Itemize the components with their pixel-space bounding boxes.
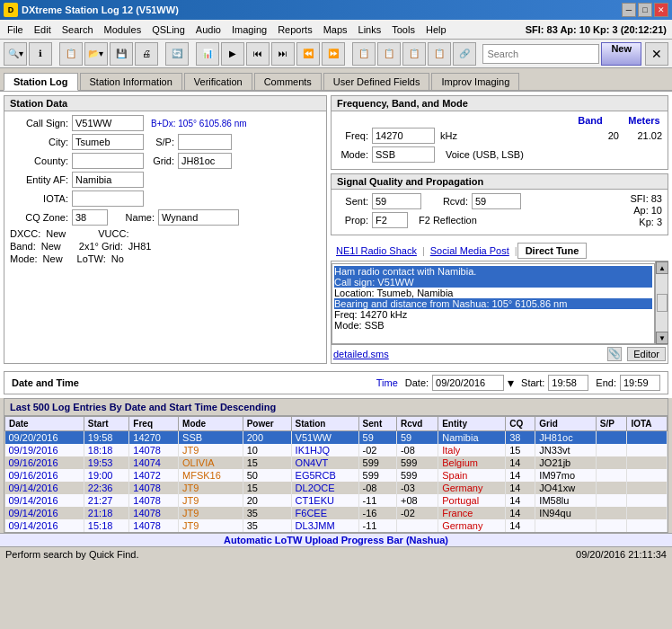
iota-input[interactable] <box>72 190 144 207</box>
table-row[interactable]: 09/16/201619:0014072MFSK1650EG5RCB599599… <box>5 469 668 482</box>
tab-user-defined[interactable]: User Defined Fields <box>323 73 430 90</box>
toolbar-btn-9[interactable]: ⏪ <box>296 42 320 66</box>
table-row[interactable]: 09/14/201621:2714078JT920CT1EKU-11+08Por… <box>5 494 668 507</box>
menu-tools[interactable]: Tools <box>386 22 420 37</box>
kp-label: Kp: <box>639 217 654 227</box>
dxcc-value: New <box>46 228 66 239</box>
log-line-6: Mode: SSB <box>334 320 652 331</box>
freq-input[interactable] <box>372 128 435 144</box>
toolbar-btn-14[interactable]: 📋 <box>428 42 451 66</box>
start-input[interactable] <box>548 375 588 391</box>
menu-file[interactable]: File <box>2 22 29 37</box>
search-input[interactable] <box>482 44 599 64</box>
menu-edit[interactable]: Edit <box>29 22 57 37</box>
col-station: Station <box>291 417 358 431</box>
end-input[interactable] <box>620 375 660 391</box>
toolbar-btn-15[interactable]: 🔗 <box>453 42 476 66</box>
sent-input[interactable] <box>372 193 421 209</box>
toolbar-btn-1[interactable]: 🔍▾ <box>4 42 27 66</box>
table-row[interactable]: 09/19/201618:1814078JT910IK1HJQ-02-08Ita… <box>5 444 668 456</box>
rcvd-input[interactable] <box>472 193 521 209</box>
toolbar-btn-8[interactable]: ⏭ <box>271 42 295 66</box>
col-sp: S/P <box>596 417 627 431</box>
table-row[interactable]: 09/16/201619:5314074OLIVIA15ON4VT599599B… <box>5 456 668 469</box>
toolbar-btn-12[interactable]: 📋 <box>377 42 401 66</box>
toolbar-btn-print[interactable]: 🖨 <box>135 42 158 66</box>
entity-af-input[interactable] <box>72 172 144 188</box>
scroll-down[interactable]: ▼ <box>656 332 668 344</box>
cq-zone-input[interactable] <box>72 209 108 226</box>
radio-tab-ne1i[interactable]: NE1I Radio Shack <box>331 244 422 258</box>
date-input[interactable] <box>432 375 504 391</box>
name-label: Name: <box>119 212 155 223</box>
prop-input[interactable] <box>372 212 408 228</box>
toolbar-btn-info[interactable]: ℹ <box>29 42 52 66</box>
tab-station-info[interactable]: Station Information <box>80 73 182 90</box>
sms-icon-btn[interactable]: 📎 <box>607 347 622 361</box>
toolbar-close-button[interactable]: ✕ <box>645 42 668 66</box>
toolbar-btn-refresh[interactable]: 🔄 <box>165 42 189 66</box>
table-row[interactable]: 09/14/201621:1814078JT935F6CEE-16-02Fran… <box>5 507 668 519</box>
table-row[interactable]: 09/14/201615:1814078JT935DL3JMM-11German… <box>5 519 668 532</box>
lotw-label: LoTW: <box>77 253 106 264</box>
scroll-up[interactable]: ▲ <box>656 261 668 274</box>
menu-modules[interactable]: Modules <box>99 22 147 37</box>
mode-input[interactable] <box>372 146 435 163</box>
editor-button[interactable]: Editor <box>627 347 666 361</box>
toolbar-btn-6[interactable]: ▶ <box>221 42 244 66</box>
menu-qsling[interactable]: QSLing <box>146 22 190 37</box>
toolbar-btn-13[interactable]: 📋 <box>402 42 426 66</box>
tab-improv-imaging[interactable]: Improv Imaging <box>431 73 519 90</box>
time-link[interactable]: Time <box>376 377 398 388</box>
menu-search[interactable]: Search <box>57 22 99 37</box>
grid-input[interactable] <box>178 153 232 169</box>
band-col-label: Band <box>572 115 608 126</box>
minimize-button[interactable]: ─ <box>622 3 636 17</box>
date-dropdown-icon[interactable]: ▾ <box>508 376 514 390</box>
sfi-display: SFI: 83 Ap: 10 Kp: 3 (20:12:21) <box>526 24 670 35</box>
callsign-input[interactable] <box>72 115 144 131</box>
col-mode: Mode <box>179 417 243 431</box>
toolbar-btn-10[interactable]: ⏩ <box>322 42 345 66</box>
window-controls: ─ □ ✕ <box>622 3 668 17</box>
radio-tab-social[interactable]: Social Media Post <box>425 244 515 258</box>
ap-label: Ap: <box>633 205 649 216</box>
new-button[interactable]: New <box>601 42 641 66</box>
log-text-area: Ham radio contact with Namibia. Call sig… <box>332 263 655 344</box>
county-input[interactable] <box>72 153 144 169</box>
menu-reports[interactable]: Reports <box>272 22 318 37</box>
tab-comments[interactable]: Comments <box>254 73 322 90</box>
table-row[interactable]: 09/20/201619:5814270SSB200V51WW5959Namib… <box>5 431 668 445</box>
col-rcvd: Rcvd <box>396 417 438 431</box>
menu-audio[interactable]: Audio <box>190 22 226 37</box>
col-power: Power <box>243 417 291 431</box>
menu-imaging[interactable]: Imaging <box>226 22 272 37</box>
name-input[interactable] <box>158 209 239 226</box>
toolbar-btn-5[interactable]: 📊 <box>196 42 219 66</box>
city-input[interactable] <box>72 134 144 150</box>
log-line-2: Call sign: V51WW <box>334 277 652 288</box>
menu-links[interactable]: Links <box>353 22 387 37</box>
tab-station-log[interactable]: Station Log <box>4 73 78 91</box>
end-label: End: <box>596 377 616 388</box>
menu-maps[interactable]: Maps <box>318 22 353 37</box>
datetime-panel: Date and Time Time Date: ▾ Start: End: <box>4 371 668 394</box>
close-button[interactable]: ✕ <box>654 3 668 17</box>
radio-tab-direct[interactable]: Direct Tune <box>517 243 588 259</box>
tab-verification[interactable]: Verification <box>184 73 252 90</box>
toolbar-btn-open[interactable]: 📂▾ <box>84 42 108 66</box>
table-row[interactable]: 09/14/201622:3614078JT915DL2OCE-08-03Ger… <box>5 482 668 494</box>
date-label: Date: <box>405 377 429 388</box>
toolbar-btn-new-log[interactable]: 📋 <box>59 42 83 66</box>
sp-input[interactable] <box>178 134 232 150</box>
freq-title: Frequency, Band, and Mode <box>332 96 668 111</box>
band-grid-value: JH81 <box>128 241 152 252</box>
menu-help[interactable]: Help <box>420 22 452 37</box>
col-grid: Grid <box>535 417 596 431</box>
callsign-label: Call Sign: <box>10 118 68 128</box>
toolbar-btn-7[interactable]: ⏮ <box>246 42 270 66</box>
toolbar-btn-save[interactable]: 💾 <box>110 42 133 66</box>
sms-link[interactable]: detailed.sms <box>333 349 389 359</box>
maximize-button[interactable]: □ <box>638 3 652 17</box>
toolbar-btn-11[interactable]: 📋 <box>352 42 376 66</box>
